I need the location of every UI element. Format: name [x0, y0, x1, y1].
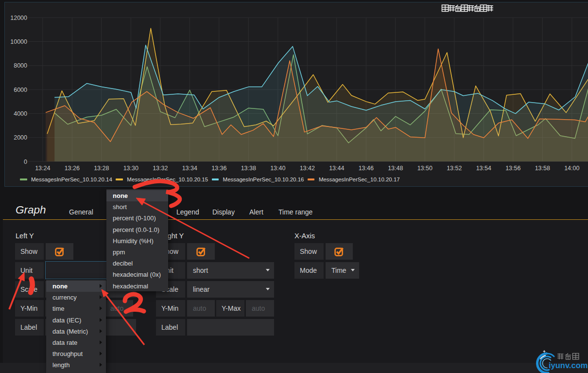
svg-text:13:28: 13:28 — [94, 165, 109, 172]
svg-text:12000: 12000 — [10, 15, 27, 21]
svg-text:13:32: 13:32 — [153, 165, 168, 172]
svg-text:2000: 2000 — [14, 134, 27, 141]
svg-text:13:50: 13:50 — [417, 165, 432, 172]
svg-text:6000: 6000 — [14, 87, 27, 93]
svg-text:14:00: 14:00 — [564, 165, 579, 172]
svg-text:13:48: 13:48 — [388, 165, 403, 172]
svg-text:13:58: 13:58 — [535, 165, 550, 172]
svg-text:13:26: 13:26 — [65, 165, 80, 172]
svg-text:13:24: 13:24 — [35, 165, 50, 172]
svg-text:10000: 10000 — [10, 38, 27, 45]
svg-text:13:42: 13:42 — [300, 165, 315, 172]
svg-text:0: 0 — [24, 159, 27, 165]
svg-text:13:54: 13:54 — [476, 165, 491, 172]
svg-text:13:40: 13:40 — [270, 165, 285, 172]
svg-text:13:46: 13:46 — [359, 165, 374, 172]
svg-text:13:34: 13:34 — [182, 165, 197, 172]
svg-text:4000: 4000 — [14, 110, 27, 117]
svg-text:13:36: 13:36 — [211, 165, 226, 172]
svg-text:13:44: 13:44 — [329, 165, 344, 172]
svg-text:8000: 8000 — [14, 62, 27, 69]
svg-text:13:52: 13:52 — [447, 165, 462, 172]
svg-text:13:30: 13:30 — [123, 165, 138, 172]
svg-text:13:56: 13:56 — [505, 165, 520, 172]
svg-text:13:38: 13:38 — [241, 165, 256, 172]
svg-text:iyunv.com: iyunv.com — [549, 361, 588, 370]
